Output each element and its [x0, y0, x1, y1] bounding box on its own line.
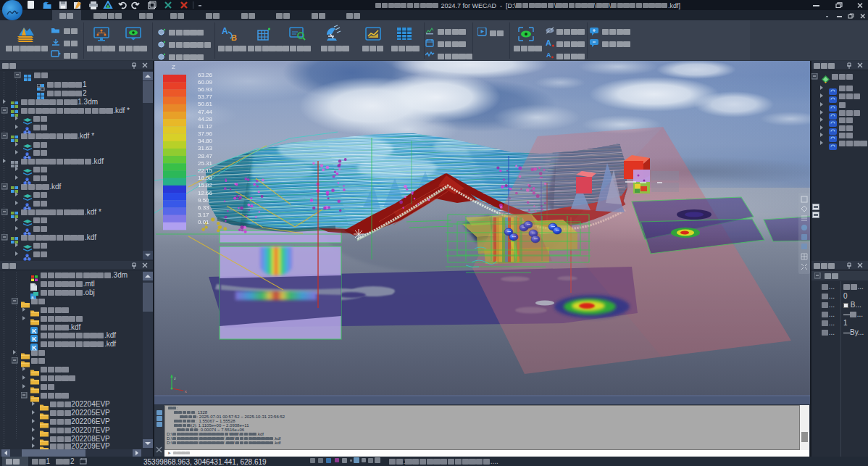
svg-text:31.63: 31.63 [198, 145, 213, 151]
svg-text:25.31: 25.31 [198, 160, 213, 167]
svg-text:28.47: 28.47 [198, 153, 213, 159]
svg-text:18.98: 18.98 [198, 175, 213, 181]
svg-text:A: A [222, 26, 228, 36]
svg-text:z: z [174, 376, 176, 380]
svg-text:22.15: 22.15 [198, 167, 213, 174]
svg-text:12.66: 12.66 [198, 190, 213, 196]
svg-text:41.12: 41.12 [198, 123, 213, 130]
svg-text:9.50: 9.50 [198, 197, 209, 204]
svg-text:47.44: 47.44 [198, 109, 213, 115]
svg-text:6.33: 6.33 [198, 204, 209, 211]
svg-text:15.82: 15.82 [198, 182, 213, 188]
svg-text:3.17: 3.17 [198, 212, 209, 218]
svg-text:34.80: 34.80 [198, 138, 213, 144]
svg-text:60.09: 60.09 [198, 79, 213, 86]
svg-text:50.61: 50.61 [198, 101, 213, 107]
svg-text:53.77: 53.77 [198, 93, 213, 100]
svg-text:37.96: 37.96 [198, 130, 213, 137]
svg-text:x: x [185, 389, 187, 394]
svg-text:Z: Z [172, 64, 175, 70]
svg-text:0.01: 0.01 [198, 219, 209, 225]
svg-text:56.93: 56.93 [198, 86, 213, 93]
svg-text:A: A [546, 38, 551, 47]
svg-text:A: A [546, 51, 551, 59]
svg-text:63.26: 63.26 [198, 72, 213, 78]
svg-text:44.28: 44.28 [198, 116, 213, 122]
